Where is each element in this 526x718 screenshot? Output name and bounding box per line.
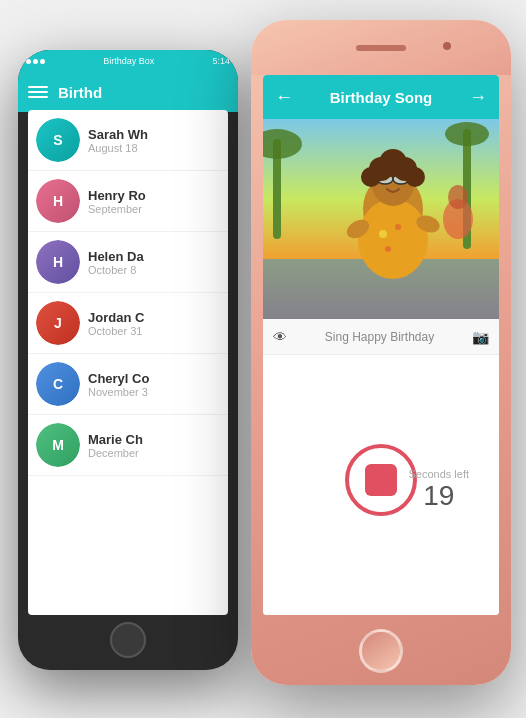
svg-point-10	[385, 246, 391, 252]
contact-info: Marie Ch December	[88, 432, 143, 459]
front-home-button[interactable]	[359, 629, 403, 673]
record-area: Seconds left 19	[263, 355, 499, 615]
back-home-button[interactable]	[110, 622, 146, 658]
notch	[251, 20, 511, 75]
svg-point-19	[405, 167, 425, 187]
back-arrow[interactable]: ←	[275, 87, 293, 108]
dot2	[33, 59, 38, 64]
avatar-circle: J	[36, 301, 80, 345]
avatar-circle: S	[36, 118, 80, 162]
menu-line2	[28, 91, 48, 93]
seconds-label: Seconds left	[408, 468, 469, 480]
svg-point-18	[361, 167, 381, 187]
back-phone: Birthday Box 5:14 Birthd S Sarah Wh Augu…	[18, 50, 238, 670]
avatar-circle: H	[36, 179, 80, 223]
status-bar-back: Birthday Box 5:14	[18, 50, 238, 72]
contact-date: October 8	[88, 264, 144, 276]
menu-line1	[28, 86, 48, 88]
contact-avatar: S	[36, 118, 80, 162]
camera-icon[interactable]: 📷	[472, 329, 489, 345]
menu-icon[interactable]	[28, 86, 48, 98]
controls-label: Sing Happy Birthday	[287, 330, 472, 344]
contact-item[interactable]: C Cheryl Co November 3	[28, 354, 228, 415]
contact-date: November 3	[88, 386, 149, 398]
avatar-circle: M	[36, 423, 80, 467]
contact-date: December	[88, 447, 143, 459]
front-title: Birthday Song	[330, 89, 433, 106]
front-screen: ← Birthday Song →	[263, 75, 499, 615]
photo-area	[263, 119, 499, 319]
forward-arrow[interactable]: →	[469, 87, 487, 108]
contact-avatar: M	[36, 423, 80, 467]
contact-info: Henry Ro September	[88, 188, 146, 215]
dot3	[40, 59, 45, 64]
svg-point-23	[448, 185, 468, 209]
contact-name: Cheryl Co	[88, 371, 149, 386]
back-phone-title: Birthd	[58, 84, 102, 101]
svg-point-9	[395, 224, 401, 230]
contact-item[interactable]: H Helen Da October 8	[28, 232, 228, 293]
speaker	[356, 45, 406, 51]
contact-info: Sarah Wh August 18	[88, 127, 148, 154]
controls-bar: 👁 Sing Happy Birthday 📷	[263, 319, 499, 355]
contact-name: Helen Da	[88, 249, 144, 264]
avatar-circle: H	[36, 240, 80, 284]
contact-date: September	[88, 203, 146, 215]
contact-list: S Sarah Wh August 18 H Henry Ro Septembe…	[28, 110, 228, 476]
contact-name: Jordan C	[88, 310, 144, 325]
svg-point-4	[445, 122, 489, 146]
svg-point-7	[358, 199, 428, 279]
eye-icon[interactable]: 👁	[273, 329, 287, 345]
contact-avatar: C	[36, 362, 80, 406]
seconds-area: Seconds left 19	[408, 468, 469, 512]
contact-name: Henry Ro	[88, 188, 146, 203]
seconds-count: 19	[408, 480, 469, 512]
contact-item[interactable]: J Jordan C October 31	[28, 293, 228, 354]
app-name: Birthday Box	[103, 56, 154, 66]
front-camera	[443, 42, 451, 50]
contact-item[interactable]: M Marie Ch December	[28, 415, 228, 476]
menu-line3	[28, 96, 48, 98]
record-button[interactable]	[345, 444, 417, 516]
front-phone: ← Birthday Song →	[251, 20, 511, 685]
contact-avatar: H	[36, 240, 80, 284]
contact-item[interactable]: H Henry Ro September	[28, 171, 228, 232]
contact-avatar: J	[36, 301, 80, 345]
photo-background	[263, 119, 499, 319]
contact-name: Sarah Wh	[88, 127, 148, 142]
svg-point-8	[379, 230, 387, 238]
record-stop-icon	[365, 464, 397, 496]
contact-item[interactable]: S Sarah Wh August 18	[28, 110, 228, 171]
contact-info: Jordan C October 31	[88, 310, 144, 337]
contact-info: Cheryl Co November 3	[88, 371, 149, 398]
dot1	[26, 59, 31, 64]
contact-date: August 18	[88, 142, 148, 154]
contact-avatar: H	[36, 179, 80, 223]
contact-name: Marie Ch	[88, 432, 143, 447]
front-header: ← Birthday Song →	[263, 75, 499, 119]
avatar-circle: C	[36, 362, 80, 406]
signal-dots	[26, 59, 45, 64]
contact-info: Helen Da October 8	[88, 249, 144, 276]
back-screen: S Sarah Wh August 18 H Henry Ro Septembe…	[28, 110, 228, 615]
contact-date: October 31	[88, 325, 144, 337]
top-bar: Birthd	[18, 72, 238, 112]
time: 5:14	[212, 56, 230, 66]
photo-illustration	[263, 119, 499, 319]
